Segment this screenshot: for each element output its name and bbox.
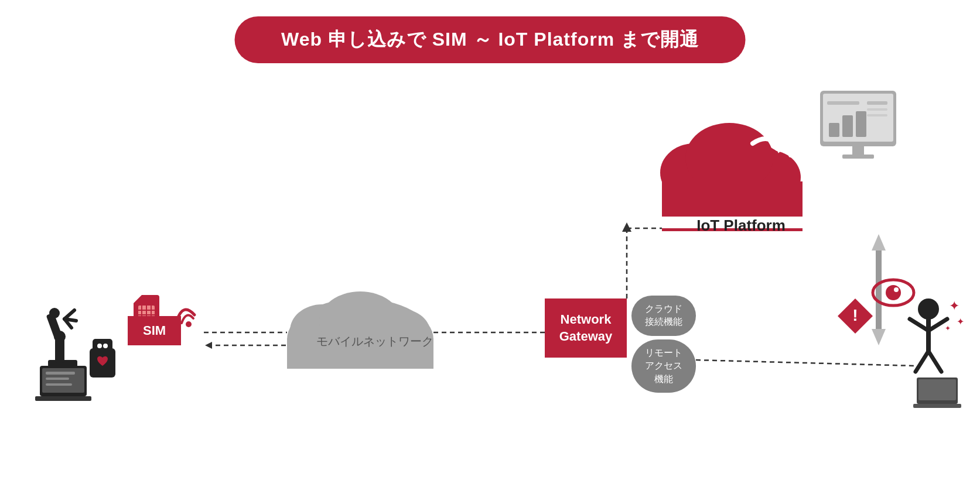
laptop-icon bbox=[35, 366, 91, 401]
iot-cloud-icon bbox=[660, 123, 803, 231]
sim-label: SIM bbox=[143, 323, 166, 338]
cloud-connect-bubble: クラウド接続機能 bbox=[631, 296, 696, 336]
svg-text:✦: ✦ bbox=[957, 317, 964, 327]
svg-rect-57 bbox=[827, 101, 859, 105]
svg-marker-10 bbox=[872, 234, 886, 250]
svg-point-48 bbox=[740, 150, 801, 204]
svg-rect-61 bbox=[852, 146, 864, 155]
svg-line-20 bbox=[64, 319, 71, 328]
sim-box: SIM bbox=[128, 316, 181, 345]
svg-rect-21 bbox=[90, 348, 115, 378]
svg-rect-14 bbox=[55, 337, 64, 363]
svg-rect-77 bbox=[917, 378, 958, 404]
monitor-icon bbox=[820, 91, 896, 159]
svg-rect-58 bbox=[867, 101, 887, 105]
svg-rect-28 bbox=[46, 378, 69, 380]
svg-rect-13 bbox=[48, 360, 77, 367]
laptop-user-icon bbox=[913, 378, 961, 408]
page-wrapper: Web 申し込みで SIM ～ IoT Platform まで開通 bbox=[0, 0, 980, 477]
svg-line-72 bbox=[916, 351, 928, 372]
svg-marker-5 bbox=[622, 222, 631, 232]
title-text: Web 申し込みで SIM ～ IoT Platform まで開通 bbox=[281, 29, 699, 50]
svg-point-49 bbox=[685, 123, 773, 193]
svg-marker-11 bbox=[872, 329, 886, 345]
svg-rect-54 bbox=[829, 123, 839, 137]
diagram-svg: ! ✦ ✦ ✦ bbox=[0, 0, 980, 477]
svg-point-66 bbox=[886, 285, 901, 300]
remote-access-label: リモートアクセス機能 bbox=[645, 348, 682, 384]
svg-line-18 bbox=[64, 310, 74, 319]
svg-rect-78 bbox=[918, 379, 956, 400]
svg-rect-53 bbox=[823, 94, 893, 142]
title-banner: Web 申し込みで SIM ～ IoT Platform まで開通 bbox=[234, 16, 746, 63]
remote-access-bubble: リモートアクセス機能 bbox=[631, 339, 696, 393]
svg-rect-62 bbox=[842, 155, 874, 159]
svg-rect-45 bbox=[287, 369, 433, 383]
svg-line-70 bbox=[910, 319, 928, 331]
eye-icon bbox=[873, 280, 914, 306]
svg-rect-79 bbox=[913, 404, 961, 408]
svg-rect-59 bbox=[867, 108, 887, 111]
svg-text:!: ! bbox=[852, 306, 858, 324]
svg-line-12 bbox=[696, 360, 914, 366]
svg-rect-26 bbox=[42, 368, 84, 393]
svg-point-15 bbox=[54, 331, 66, 342]
svg-line-71 bbox=[928, 319, 947, 331]
person-icon: ✦ ✦ ✦ bbox=[910, 298, 964, 372]
network-gateway-box: NetworkGateway bbox=[545, 298, 627, 358]
network-gateway-label: NetworkGateway bbox=[559, 312, 613, 344]
cloud-connect-label: クラウド接続機能 bbox=[645, 304, 682, 327]
svg-point-67 bbox=[894, 287, 899, 292]
svg-marker-63 bbox=[838, 298, 873, 334]
robot-arm-icon bbox=[46, 308, 77, 367]
svg-rect-56 bbox=[856, 111, 866, 137]
svg-rect-30 bbox=[35, 396, 91, 401]
svg-marker-32 bbox=[134, 295, 142, 303]
svg-point-47 bbox=[660, 143, 728, 202]
svg-point-24 bbox=[103, 344, 108, 348]
svg-text:✦: ✦ bbox=[945, 324, 951, 332]
svg-rect-29 bbox=[46, 383, 72, 386]
svg-marker-3 bbox=[205, 342, 212, 349]
svg-rect-25 bbox=[40, 366, 87, 396]
svg-text:✦: ✦ bbox=[949, 298, 959, 313]
svg-rect-27 bbox=[46, 372, 75, 375]
robot-device-icon bbox=[90, 339, 115, 378]
svg-point-17 bbox=[49, 308, 60, 318]
svg-point-23 bbox=[97, 344, 102, 348]
svg-rect-52 bbox=[820, 91, 896, 146]
svg-rect-16 bbox=[46, 313, 63, 340]
svg-rect-22 bbox=[93, 339, 112, 354]
warning-diamond-icon: ! bbox=[838, 298, 873, 334]
svg-line-19 bbox=[64, 319, 76, 321]
svg-point-65 bbox=[873, 280, 914, 306]
mobile-network-label: モバイルネットワーク bbox=[316, 334, 433, 349]
svg-marker-8 bbox=[716, 202, 725, 212]
svg-point-68 bbox=[918, 298, 939, 320]
svg-point-39 bbox=[186, 321, 192, 327]
iot-platform-label: IoT Platform bbox=[679, 217, 803, 235]
svg-rect-55 bbox=[842, 115, 853, 137]
svg-rect-60 bbox=[867, 114, 887, 116]
svg-line-73 bbox=[928, 351, 941, 372]
